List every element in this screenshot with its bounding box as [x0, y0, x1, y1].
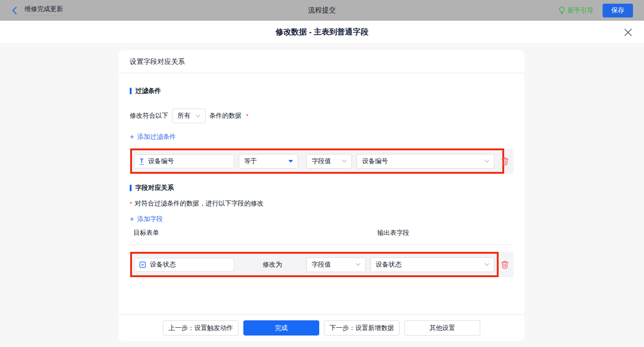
filter-value-select[interactable]: 设备编号: [356, 154, 494, 169]
add-filter-condition-link[interactable]: + 添加过滤条件: [130, 133, 176, 141]
condition-line: 修改符合以下 所有 条件的数据 *: [130, 108, 513, 123]
add-field-label: 添加字段: [137, 215, 163, 223]
field-mapping-row: 设备状态 修改为 字段值 设备状态: [130, 252, 513, 277]
back-button[interactable]: [12, 6, 17, 15]
text-field-icon: T: [139, 158, 144, 165]
value-type-select[interactable]: 字段值: [306, 154, 352, 169]
field-mapping-card: 设置字段对应关系 过滤条件 修改符合以下 所有 条件的数据: [119, 50, 524, 341]
section-bar-icon: [130, 88, 132, 94]
trash-icon: [501, 261, 509, 269]
mapping-section-title: 字段对应关系: [130, 184, 513, 192]
target-field-value: 设备状态: [150, 261, 176, 269]
beginner-guide-link[interactable]: 新手引导: [558, 6, 593, 15]
topbar: 维修完成更新 流程提交 新手引导 保存: [0, 0, 644, 21]
filter-value: 设备编号: [362, 157, 388, 165]
modal-body: 设置字段对应关系 过滤条件 修改符合以下 所有 条件的数据: [0, 44, 644, 347]
chevron-down-icon: [342, 159, 347, 163]
mapping-hint: * 对符合过滤条件的数据，进行以下字段的修改: [130, 199, 513, 208]
value-type-value: 字段值: [312, 157, 331, 165]
operator-select[interactable]: 等于: [239, 154, 298, 169]
mapping-hint-text: 对符合过滤条件的数据，进行以下字段的修改: [135, 199, 264, 208]
trash-icon: [501, 157, 509, 165]
condition-logic-value: 所有: [178, 112, 190, 120]
mapping-value-select[interactable]: 设备状态: [370, 257, 494, 272]
chevron-left-icon: [12, 6, 17, 15]
modal-title: 修改数据 - 主表到普通字段: [276, 27, 368, 37]
add-filter-condition-label: 添加过滤条件: [137, 133, 176, 141]
plus-icon: +: [130, 134, 134, 140]
mapping-value-type-select[interactable]: 字段值: [306, 257, 366, 272]
card-footer: 上一步：设置触发动作 完成 下一步：设置新增数据 其他设置: [119, 314, 524, 341]
lightbulb-icon: [558, 6, 565, 15]
save-button[interactable]: 保存: [603, 4, 633, 17]
card-title: 设置字段对应关系: [119, 50, 524, 73]
mapping-value: 设备状态: [376, 261, 402, 269]
close-icon[interactable]: [624, 28, 632, 36]
select-field-icon: [139, 262, 146, 268]
condition-logic-select[interactable]: 所有: [172, 108, 206, 123]
modify-to-label: 修改为: [239, 261, 306, 269]
filter-condition-row: T 设备编号 等于 字段值 设备编号: [130, 148, 513, 174]
required-mark: *: [246, 113, 248, 119]
delete-filter-row-button[interactable]: [501, 157, 509, 165]
card-content: 过滤条件 修改符合以下 所有 条件的数据 * + 添加过滤条件: [119, 73, 524, 314]
chevron-down-icon: [484, 159, 489, 163]
flow-name-editable[interactable]: 维修完成更新: [24, 5, 63, 16]
target-field-input[interactable]: 设备状态: [134, 258, 234, 272]
prev-step-button[interactable]: 上一步：设置触发动作: [163, 320, 239, 336]
edit-data-modal: 修改数据 - 主表到普通字段 设置字段对应关系 过滤条件 修改符合以下 所有: [0, 21, 644, 347]
caret-down-icon: [288, 160, 293, 163]
required-mark: *: [130, 200, 132, 207]
section-bar-icon: [130, 185, 132, 191]
filter-section-label: 过滤条件: [135, 87, 161, 95]
column-output-field: 输出表字段: [377, 229, 409, 237]
chevron-down-icon: [356, 263, 361, 266]
next-step-button[interactable]: 下一步：设置新增数据: [324, 320, 400, 336]
done-button[interactable]: 完成: [243, 320, 319, 336]
add-field-link[interactable]: + 添加字段: [130, 215, 163, 223]
mapping-value-type-value: 字段值: [312, 261, 331, 269]
mapping-columns-header: 目标表单 输出表字段: [130, 229, 513, 245]
modal-header: 修改数据 - 主表到普通字段: [0, 21, 644, 44]
plus-icon: +: [130, 216, 134, 222]
topbar-center-title: 流程提交: [0, 6, 644, 15]
delete-mapping-row-button[interactable]: [501, 261, 509, 269]
condition-prefix: 修改符合以下: [130, 112, 168, 120]
chevron-down-icon: [484, 263, 489, 266]
filter-field-input[interactable]: T 设备编号: [134, 154, 234, 168]
condition-suffix: 条件的数据: [209, 112, 242, 120]
filter-section-title: 过滤条件: [130, 87, 513, 95]
mapping-section-label: 字段对应关系: [135, 184, 174, 192]
chevron-down-icon: [196, 114, 201, 118]
column-target-form: 目标表单: [133, 229, 377, 237]
beginner-guide-label: 新手引导: [568, 6, 593, 15]
operator-value: 等于: [244, 157, 257, 165]
other-settings-button[interactable]: 其他设置: [404, 320, 480, 336]
filter-field-value: 设备编号: [148, 157, 174, 165]
